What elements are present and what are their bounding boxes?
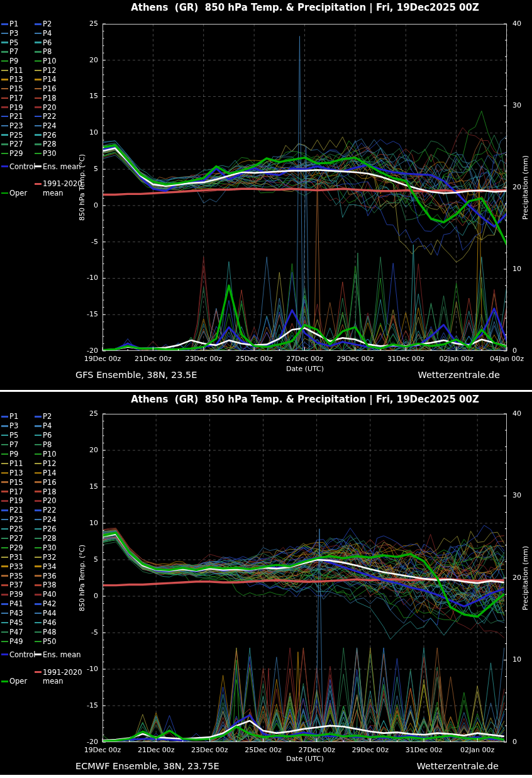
member-line-swatch bbox=[1, 557, 8, 558]
legend-member-label: P11 bbox=[9, 67, 23, 74]
member-line-swatch bbox=[35, 134, 42, 136]
legend-row: P33P34 bbox=[1, 562, 101, 571]
legend-member-label: P44 bbox=[43, 609, 57, 617]
legend-member-label: P47 bbox=[9, 628, 23, 636]
legend-member-label: P42 bbox=[43, 600, 57, 608]
legend-member-label: P20 bbox=[43, 497, 57, 504]
legend-ens-mean-label: Ens. mean bbox=[43, 163, 80, 170]
legend-member-label: P10 bbox=[43, 450, 57, 458]
member-line-swatch bbox=[1, 60, 8, 62]
ens-mean-line-swatch bbox=[35, 653, 42, 655]
legend-row: P21P22 bbox=[1, 506, 101, 515]
legend-row: P37P38 bbox=[1, 581, 101, 590]
legend-row: P49P50 bbox=[1, 636, 101, 646]
legend-member-label: P27 bbox=[9, 535, 23, 542]
legend-row: P13P14 bbox=[1, 75, 101, 84]
member-line-swatch bbox=[1, 23, 8, 25]
legend-row: P11P12 bbox=[1, 458, 101, 468]
legend-member-label: P9 bbox=[9, 450, 18, 458]
legend-member-label: P7 bbox=[9, 48, 18, 55]
legend-member-label: P30 bbox=[43, 150, 57, 157]
legend-row: P43P44 bbox=[1, 609, 101, 618]
legend-member-label: P39 bbox=[9, 591, 23, 598]
member-line-swatch bbox=[35, 519, 42, 521]
legend-oper-label: Oper bbox=[9, 189, 27, 197]
member-line-swatch bbox=[35, 23, 42, 25]
legend-row: P9P10 bbox=[1, 57, 101, 66]
empty-swatch bbox=[1, 671, 8, 673]
member-line-swatch bbox=[1, 603, 8, 605]
legend-member-label: P4 bbox=[43, 422, 52, 430]
member-line-swatch bbox=[35, 538, 42, 540]
member-line-swatch bbox=[35, 435, 42, 436]
member-line-swatch bbox=[35, 97, 42, 99]
member-line-swatch bbox=[35, 491, 42, 492]
legend-member-label: P23 bbox=[9, 122, 23, 130]
member-line-swatch bbox=[1, 51, 8, 53]
legend-member-label: P14 bbox=[43, 469, 57, 477]
member-line-swatch bbox=[35, 88, 42, 90]
legend-member-label: P48 bbox=[43, 628, 57, 636]
legend-member-label: P29 bbox=[9, 150, 23, 157]
legend-member-label: P5 bbox=[9, 431, 18, 439]
climate-line-swatch bbox=[35, 183, 42, 185]
legend-member-label: P8 bbox=[43, 48, 52, 55]
legend-member-label: P30 bbox=[43, 544, 57, 552]
member-line-swatch bbox=[35, 622, 42, 624]
member-line-swatch bbox=[1, 481, 8, 483]
gfs-precip-axis-label: Precipitation (mm) bbox=[521, 125, 530, 250]
member-line-swatch bbox=[1, 33, 8, 35]
member-line-swatch bbox=[1, 416, 8, 418]
control-line-swatch bbox=[1, 165, 8, 167]
legend-climate-label-line2: mean bbox=[43, 677, 64, 685]
legend-row-climate: 1991-2020 bbox=[1, 667, 101, 677]
member-line-swatch bbox=[1, 519, 8, 521]
legend-row: P29P30 bbox=[1, 149, 101, 158]
legend-row: P31P32 bbox=[1, 552, 101, 562]
member-line-swatch bbox=[1, 463, 8, 465]
member-line-swatch bbox=[1, 116, 8, 118]
legend-row: P41P42 bbox=[1, 599, 101, 609]
legend-member-label: P3 bbox=[9, 422, 18, 430]
legend-row: P47P48 bbox=[1, 627, 101, 636]
legend-row-oper: Opermean bbox=[1, 677, 101, 686]
member-line-swatch bbox=[35, 106, 42, 108]
member-line-swatch bbox=[35, 509, 42, 511]
member-line-swatch bbox=[1, 425, 8, 427]
member-line-swatch bbox=[35, 153, 42, 155]
legend-member-label: P2 bbox=[43, 20, 52, 28]
member-line-swatch bbox=[35, 42, 42, 43]
member-line-swatch bbox=[35, 631, 42, 633]
legend-row: P17P18 bbox=[1, 94, 101, 103]
member-line-swatch bbox=[35, 613, 42, 614]
member-line-swatch bbox=[35, 528, 42, 530]
legend-member-label: P19 bbox=[9, 104, 23, 111]
member-line-swatch bbox=[35, 425, 42, 427]
legend-row: P23P24 bbox=[1, 121, 101, 131]
member-line-swatch bbox=[35, 125, 42, 127]
legend-row: P25P26 bbox=[1, 130, 101, 140]
legend-member-label: P3 bbox=[9, 30, 18, 37]
member-line-swatch bbox=[35, 33, 42, 35]
legend-member-label: P21 bbox=[9, 113, 23, 120]
member-line-swatch bbox=[35, 584, 42, 586]
legend-row: P3P4 bbox=[1, 421, 101, 431]
member-line-swatch bbox=[1, 528, 8, 530]
legend-member-label: P25 bbox=[9, 525, 23, 533]
legend-member-label: P13 bbox=[9, 469, 23, 477]
legend-member-label: P12 bbox=[43, 460, 57, 467]
legend-row: P3P4 bbox=[1, 29, 101, 38]
member-line-swatch bbox=[1, 594, 8, 596]
legend-member-label: P34 bbox=[43, 563, 57, 570]
legend-member-label: P1 bbox=[9, 20, 18, 28]
member-line-swatch bbox=[1, 547, 8, 549]
gfs-chart-title: Athens (GR) 850 hPa Temp. & Precipitatio… bbox=[78, 2, 532, 13]
legend-row: P15P16 bbox=[1, 477, 101, 487]
legend-member-label: P9 bbox=[9, 57, 18, 65]
legend-member-label: P28 bbox=[43, 140, 57, 148]
legend-member-label: P12 bbox=[43, 67, 57, 74]
legend-member-label: P14 bbox=[43, 75, 57, 83]
member-line-swatch bbox=[1, 435, 8, 436]
legend-row: P27P28 bbox=[1, 140, 101, 149]
member-line-swatch bbox=[1, 509, 8, 511]
